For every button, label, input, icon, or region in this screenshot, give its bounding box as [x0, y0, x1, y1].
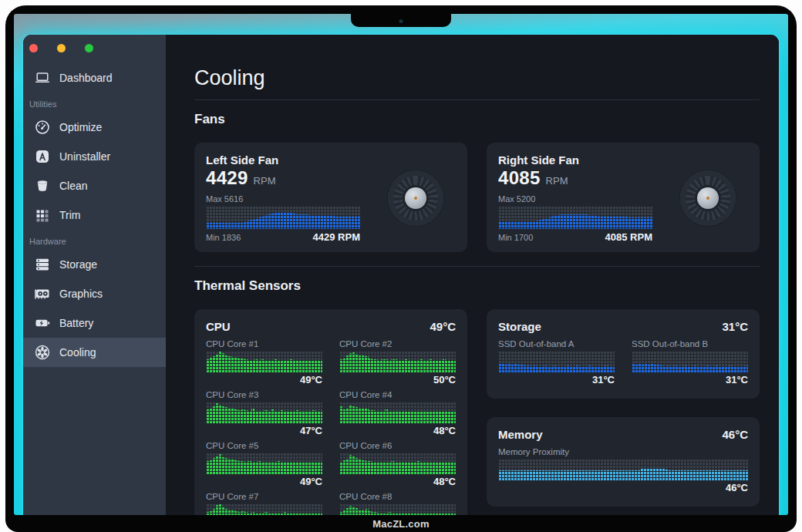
sidebar-item-trim[interactable]: Trim — [23, 200, 166, 230]
minimize-button[interactable] — [57, 44, 66, 52]
fan-min-label: Min 1700 — [498, 233, 533, 243]
fan-max-label: Max 5616 — [206, 194, 360, 204]
fan-icon — [33, 344, 51, 362]
screen: Dashboard Utilities Optimize Uninstal — [14, 14, 788, 515]
fan-name: Right Side Fan — [498, 153, 652, 167]
sidebar-item-battery[interactable]: Battery — [23, 308, 166, 338]
sensor-chart — [206, 503, 322, 515]
sensor-ssd-b: SSD Out-of-band B 31°C — [632, 338, 748, 386]
app-window: Dashboard Utilities Optimize Uninstal — [23, 35, 779, 515]
sidebar-item-storage[interactable]: Storage — [23, 250, 166, 279]
sensor-chart — [498, 351, 615, 372]
thermal-card-storage: Storage 31°C SSD Out-of-band A 31°C — [487, 309, 760, 399]
fan-current-label: 4429 RPM — [313, 231, 360, 243]
page-title: Cooling — [194, 66, 760, 90]
sensor-cpu-core-8: CPU Core #8 48°C — [339, 491, 456, 515]
sidebar-item-label: Storage — [59, 258, 97, 271]
sensor-cpu-core-2: CPU Core #2 50°C — [339, 338, 456, 386]
fan-max-label: Max 5200 — [498, 194, 652, 204]
sidebar-menu: Dashboard Utilities Optimize Uninstal — [23, 63, 166, 367]
fan-rpm-value: 4429 — [206, 168, 248, 188]
thermal-card-name: Memory — [498, 428, 543, 441]
fans-grid: Left Side Fan 4429 RPM Max 5616 Min 1836… — [194, 143, 760, 252]
sidebar-item-label: Dashboard — [59, 72, 113, 84]
gauge-icon — [33, 119, 51, 136]
watermark: MacZL.com — [372, 518, 429, 530]
camera-icon — [399, 19, 403, 23]
fan-history-chart — [498, 206, 652, 229]
gpu-icon — [33, 285, 51, 303]
sensor-cpu-core-3: CPU Core #3 47°C — [206, 389, 322, 436]
window-controls — [23, 35, 166, 62]
fan-name: Left Side Fan — [206, 153, 360, 167]
thermal-right-column: Storage 31°C SSD Out-of-band A 31°C — [487, 309, 760, 515]
thermal-card-cpu: CPU 49°C CPU Core #1 49°C CPU Core #2 — [194, 309, 467, 515]
thermal-grid: CPU 49°C CPU Core #1 49°C CPU Core #2 — [194, 309, 760, 515]
sidebar-item-cooling[interactable]: Cooling — [23, 338, 166, 367]
bottom-bezel: MacZL.com — [0, 515, 802, 532]
sidebar-item-dashboard[interactable]: Dashboard — [23, 63, 166, 93]
fan-card-right: Right Side Fan 4085 RPM Max 5200 Min 170… — [487, 143, 760, 252]
divider — [194, 99, 760, 100]
sensor-chart — [206, 402, 322, 423]
sensor-ssd-a: SSD Out-of-band A 31°C — [498, 338, 615, 386]
sensor-chart — [339, 402, 456, 423]
sidebar-section-hardware: Hardware — [23, 230, 166, 250]
fan-rpm-unit: RPM — [546, 175, 568, 187]
thermal-card-temp: 49°C — [430, 320, 456, 333]
sensor-cpu-core-6: CPU Core #6 48°C — [339, 440, 456, 487]
fan-turbine-icon — [680, 170, 736, 226]
zoom-button[interactable] — [85, 44, 93, 52]
main-content: Cooling Fans Left Side Fan 4429 RPM Max … — [166, 35, 779, 515]
sensor-chart — [632, 351, 748, 372]
sensor-chart — [339, 351, 456, 372]
thermal-section-heading: Thermal Sensors — [194, 278, 760, 294]
thermal-card-temp: 31°C — [722, 320, 748, 333]
fan-rpm-value: 4085 — [498, 168, 541, 188]
notch — [351, 14, 451, 27]
sidebar-item-label: Clean — [59, 180, 88, 192]
sidebar-item-label: Optimize — [59, 121, 102, 133]
fan-rpm-unit: RPM — [254, 175, 276, 187]
fan-history-chart — [206, 206, 360, 229]
sidebar-item-label: Battery — [59, 317, 93, 329]
sidebar-item-label: Graphics — [59, 288, 103, 300]
fans-section-heading: Fans — [194, 112, 760, 127]
fan-turbine-icon — [388, 170, 443, 226]
fan-min-label: Min 1836 — [206, 233, 241, 243]
laptop-icon — [33, 69, 51, 87]
grid-icon — [33, 207, 51, 224]
sidebar-item-optimize[interactable]: Optimize — [23, 113, 166, 142]
sidebar-item-graphics[interactable]: Graphics — [23, 279, 166, 308]
sensor-chart — [339, 453, 456, 474]
sensor-cpu-core-4: CPU Core #4 48°C — [339, 389, 456, 436]
sidebar-item-label: Trim — [59, 209, 80, 221]
thermal-card-memory: Memory 46°C Memory Proximity 46°C — [487, 417, 760, 507]
sidebar-item-uninstaller[interactable]: Uninstaller — [23, 142, 166, 171]
thermal-card-temp: 46°C — [722, 428, 748, 441]
thermal-card-name: Storage — [498, 320, 541, 333]
fan-current-label: 4085 RPM — [605, 231, 652, 243]
sidebar: Dashboard Utilities Optimize Uninstal — [23, 35, 166, 515]
sensor-cpu-core-1: CPU Core #1 49°C — [206, 338, 322, 386]
thermal-card-name: CPU — [206, 320, 231, 333]
trash-icon — [33, 177, 51, 195]
sidebar-item-label: Uninstaller — [59, 150, 110, 163]
fan-card-left: Left Side Fan 4429 RPM Max 5616 Min 1836… — [194, 143, 467, 252]
sensor-chart — [206, 453, 322, 474]
laptop-frame: Dashboard Utilities Optimize Uninstal — [0, 0, 802, 532]
divider — [194, 266, 760, 267]
sensor-cpu-core-7: CPU Core #7 48°C — [206, 491, 322, 515]
appstore-icon — [33, 148, 51, 166]
sidebar-item-label: Cooling — [59, 346, 96, 359]
sensor-chart — [498, 459, 748, 480]
battery-icon — [33, 315, 51, 332]
sensor-memory-proximity: Memory Proximity 46°C — [498, 446, 748, 493]
sensor-chart — [339, 503, 456, 515]
close-button[interactable] — [29, 44, 38, 52]
sensor-cpu-core-5: CPU Core #5 49°C — [206, 440, 322, 487]
sidebar-item-clean[interactable]: Clean — [23, 171, 166, 200]
sidebar-section-utilities: Utilities — [23, 93, 166, 113]
drive-stack-icon — [33, 256, 51, 274]
sensor-chart — [206, 351, 322, 372]
